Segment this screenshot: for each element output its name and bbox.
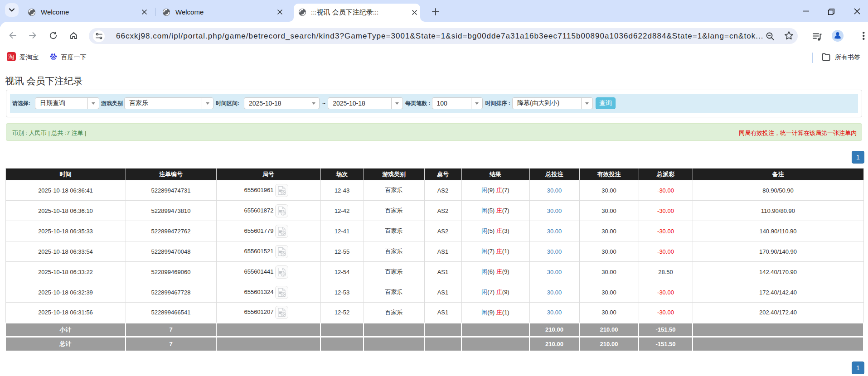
svg-text:du: du [52, 57, 55, 59]
